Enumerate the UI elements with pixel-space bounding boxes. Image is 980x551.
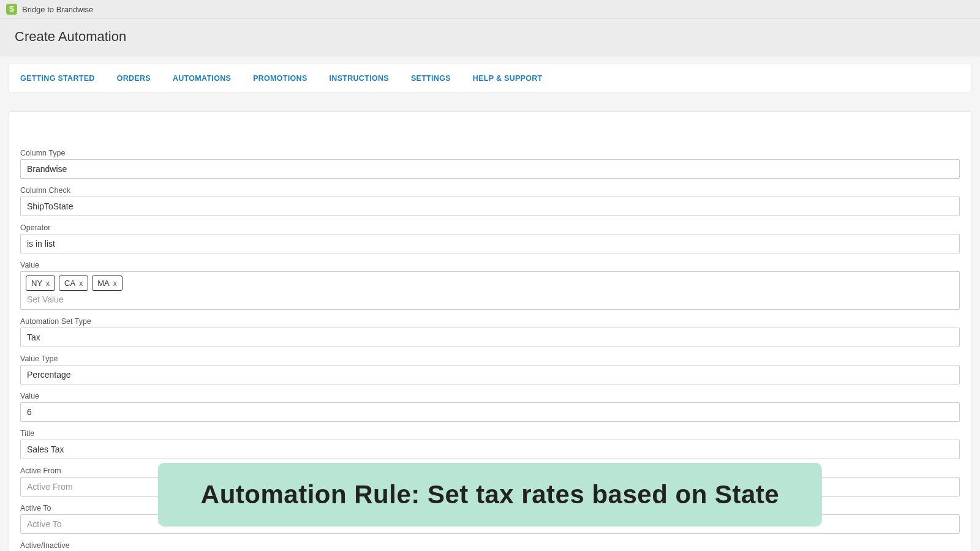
label-active-inactive: Active/Inactive [20,541,960,550]
tag-ma: MA x [92,276,123,291]
tab-promotions[interactable]: PROMOTIONS [242,64,318,92]
label-title: Title [20,429,960,438]
field-operator: Operator [20,223,960,253]
label-automation-set-type: Automation Set Type [20,317,960,326]
field-active-inactive: Active/Inactive [20,541,960,551]
field-column-type: Column Type [20,149,960,179]
tab-getting-started[interactable]: GETTING STARTED [9,64,106,92]
tag-label: NY [31,279,42,288]
tag-remove-icon[interactable]: x [46,279,50,288]
label-value-number: Value [20,392,960,400]
input-automation-set-type[interactable] [20,328,960,347]
input-title[interactable] [20,440,960,459]
field-value-list: Value NY x CA x MA x [20,261,960,310]
label-operator: Operator [20,223,960,232]
input-column-type[interactable] [20,159,960,179]
tab-wrapper: GETTING STARTED ORDERS AUTOMATIONS PROMO… [0,56,980,93]
field-value-number: Value [20,392,960,422]
tag-ny: NY x [26,276,55,291]
page-title: Create Automation [15,29,965,45]
tab-orders[interactable]: ORDERS [106,64,162,92]
tag-ca: CA x [59,276,88,291]
input-column-check[interactable] [20,197,960,216]
tag-remove-icon[interactable]: x [79,279,83,288]
banner-overlay: Automation Rule: Set tax rates based on … [158,463,822,527]
field-title: Title [20,429,960,459]
top-bar: S Bridge to Brandwise [0,0,980,19]
tag-remove-icon[interactable]: x [113,279,117,288]
tab-help-support[interactable]: HELP & SUPPORT [462,64,554,92]
label-column-type: Column Type [20,149,960,157]
input-value-number[interactable] [20,402,960,422]
app-name: Bridge to Brandwise [22,5,93,14]
app-icon: S [6,4,17,15]
input-set-value[interactable] [26,291,954,305]
label-value-list: Value [20,261,960,269]
label-value-type: Value Type [20,354,960,363]
page-title-bar: Create Automation [0,19,980,56]
field-column-check: Column Check [20,186,960,216]
input-value-type[interactable] [20,365,960,384]
tag-label: CA [64,279,75,288]
label-column-check: Column Check [20,186,960,195]
input-operator[interactable] [20,234,960,253]
tag-row: NY x CA x MA x [26,276,954,291]
field-automation-set-type: Automation Set Type [20,317,960,347]
tab-automations[interactable]: AUTOMATIONS [162,64,242,92]
tab-bar: GETTING STARTED ORDERS AUTOMATIONS PROMO… [9,64,971,93]
tab-instructions[interactable]: INSTRUCTIONS [318,64,400,92]
tab-settings[interactable]: SETTINGS [400,64,462,92]
field-value-type: Value Type [20,354,960,384]
tag-label: MA [97,279,110,288]
tag-container[interactable]: NY x CA x MA x [20,271,960,310]
